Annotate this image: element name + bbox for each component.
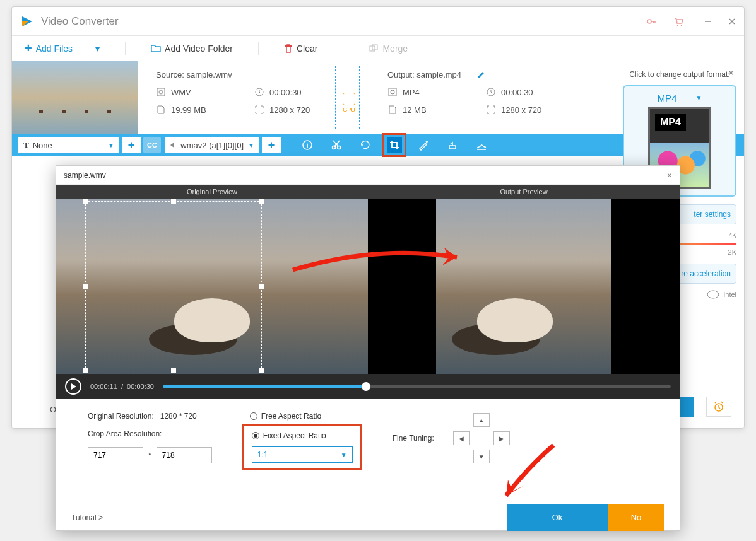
crop-handle[interactable] [259,199,264,204]
watermark-icon[interactable] [445,137,460,153]
add-files-button[interactable]: + Add Files ▾ [25,41,100,55]
info-icon[interactable]: i [300,137,315,153]
subtitle-select[interactable]: T None ▼ [18,137,119,153]
source-label: Source: sample.wmv [156,70,232,79]
arrow-annotation-icon [290,241,473,279]
audio-select[interactable]: wmav2 (a[1][0][0] / 0x ▼ [165,137,259,153]
merge-icon [369,44,379,54]
crop-icon[interactable] [387,137,402,153]
fixed-ratio-radio[interactable]: Fixed Aspect Ratio [252,431,353,440]
original-preview-label: Original Preview [56,185,368,199]
format-icon [387,87,398,97]
trash-icon [284,44,293,54]
crop-handle[interactable] [83,284,88,289]
key-icon[interactable] [646,16,657,27]
output-preview-label: Output Preview [368,185,680,199]
app-title: Video Converter [41,15,646,28]
crop-handle[interactable] [83,199,88,204]
play-button[interactable] [65,378,81,395]
original-preview-pane[interactable] [56,199,368,374]
cc-button[interactable]: CC [143,137,161,153]
svg-point-17 [707,291,719,298]
aspect-ratio-select[interactable]: 1:1 ▼ [252,446,353,463]
svg-point-7 [159,90,163,94]
modal-close-icon[interactable]: × [667,170,672,180]
add-audio-button[interactable]: + [262,137,281,153]
cut-icon[interactable] [329,137,344,153]
video-thumbnail[interactable] [12,61,138,134]
seek-thumb[interactable] [362,382,370,391]
crop-handle[interactable] [259,368,264,373]
minimize-icon[interactable] [704,17,712,26]
no-button[interactable]: No [608,504,664,531]
main-toolbar: + Add Files ▾ Add Video Folder Clear Mer… [12,36,744,61]
effects-icon[interactable] [416,137,431,153]
schedule-button[interactable] [706,397,731,417]
titlebar: Video Converter [12,7,744,36]
rotate-icon[interactable] [358,137,373,153]
sign-icon[interactable] [474,137,489,153]
svg-rect-6 [157,88,165,96]
arrow-annotation-icon [490,442,566,511]
close-icon[interactable] [728,17,736,26]
nudge-left-button[interactable]: ◀ [453,431,470,445]
crop-handle[interactable] [171,368,176,373]
svg-point-1 [677,24,678,25]
file-icon [387,105,398,115]
gpu-badge: GPU [340,93,358,113]
svg-point-0 [647,20,651,23]
free-ratio-radio[interactable]: Free Aspect Ratio [250,412,355,421]
output-label: Output: sample.mp4 [387,70,461,79]
alarm-icon [712,400,725,413]
crop-handle[interactable] [171,199,176,204]
merge-button: Merge [369,44,408,54]
speaker-icon [170,141,177,149]
resolution-icon [486,105,496,115]
clock-icon [254,87,264,97]
crop-controls: Original Resolution: 1280 * 720 Crop Are… [56,399,680,477]
playback-bar: 00:00:11 / 00:00:30 [56,374,680,399]
seek-slider[interactable] [163,385,671,388]
modal-footer: Tutorial > Ok No [56,504,680,530]
edit-icon[interactable] [476,71,485,79]
tutorial-link[interactable]: Tutorial > [71,513,103,522]
format-label: Click to change output format: [623,70,736,79]
format-icon [156,87,166,97]
resolution-icon [254,105,264,115]
crop-width-input[interactable] [88,447,143,463]
svg-point-10 [391,90,394,94]
svg-rect-16 [449,146,456,149]
crop-dialog: sample.wmv × Original Preview Output Pre… [56,165,680,531]
add-subtitle-button[interactable]: + [122,137,141,153]
cart-icon[interactable] [673,16,685,27]
time-display: 00:00:11 / 00:00:30 [90,383,154,390]
output-preview-pane [368,199,680,374]
svg-rect-9 [389,88,396,96]
modal-titlebar: sample.wmv × [56,166,680,185]
crop-handle[interactable] [259,284,264,289]
add-folder-button[interactable]: Add Video Folder [151,44,233,54]
file-icon [156,105,166,115]
fine-tuning-label: Fine Tuning: [393,434,434,443]
svg-text:i: i [306,141,308,149]
crop-handle[interactable] [83,368,88,373]
folder-icon [151,44,161,54]
svg-point-2 [681,24,682,25]
app-logo-icon [20,14,35,29]
clear-button[interactable]: Clear [284,44,317,54]
svg-rect-3 [285,45,292,47]
crop-selection[interactable] [85,201,262,371]
clock-icon [486,87,496,97]
crop-height-input[interactable] [157,447,212,463]
nudge-up-button[interactable]: ▲ [473,413,490,427]
nudge-down-button[interactable]: ▼ [473,450,490,463]
